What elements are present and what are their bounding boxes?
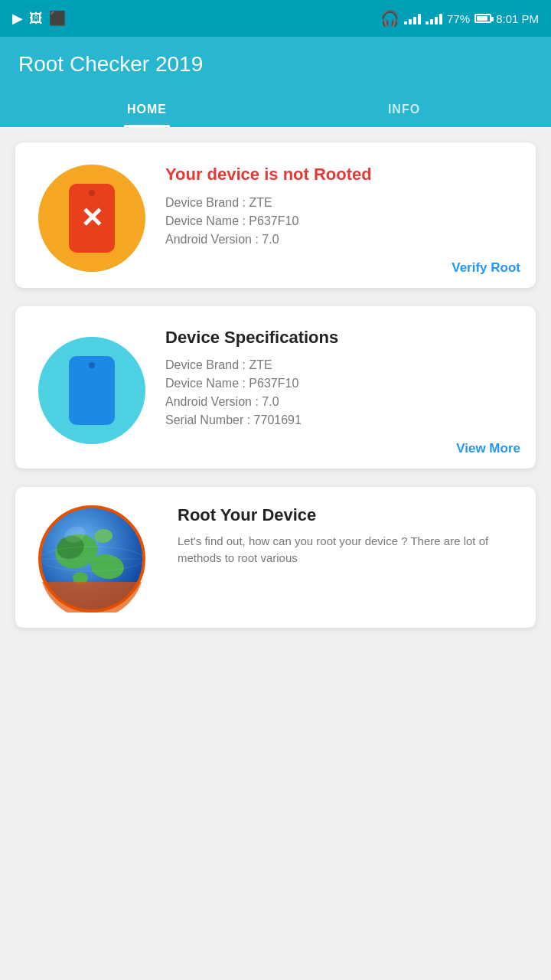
headphone-icon: 🎧 — [380, 9, 399, 28]
battery-icon — [474, 14, 491, 23]
app-header: Root Checker 2019 HOME INFO — [0, 37, 551, 127]
view-more-button[interactable]: View More — [456, 441, 520, 456]
screen-icon: ⬛ — [49, 10, 66, 27]
root-android-version: Android Version : 7.0 — [165, 233, 520, 247]
device-specs-card: Device Specifications Device Brand : ZTE… — [15, 306, 536, 469]
play-icon: ▶ — [12, 10, 23, 27]
main-content: ✕ Your device is not Rooted Device Brand… — [0, 127, 551, 877]
earth-globe-icon — [38, 505, 145, 612]
root-device-icon-wrap — [31, 505, 153, 612]
device-specs-circle — [38, 337, 145, 444]
tab-home[interactable]: HOME — [18, 92, 276, 127]
status-bar: ▶ 🖼 ⬛ 🎧 77% 8:01 PM — [0, 0, 551, 37]
device-specs-icon-wrap — [31, 325, 153, 456]
root-status-icon-wrap: ✕ — [31, 161, 153, 276]
root-status-card: ✕ Your device is not Rooted Device Brand… — [15, 142, 536, 288]
phone-red-icon: ✕ — [69, 184, 115, 253]
root-status-title: Your device is not Rooted — [165, 164, 520, 185]
not-rooted-circle: ✕ — [38, 165, 145, 272]
specs-device-brand: Device Brand : ZTE — [165, 358, 520, 372]
x-mark-icon: ✕ — [80, 204, 103, 232]
root-device-name: Device Name : P637F10 — [165, 214, 520, 228]
status-right: 🎧 77% 8:01 PM — [380, 9, 539, 28]
root-device-title: Root Your Device — [178, 505, 520, 525]
root-device-text: Let's find out, how can you root your de… — [178, 533, 520, 567]
battery-percent: 77% — [447, 12, 470, 25]
app-title: Root Checker 2019 — [18, 52, 533, 77]
verify-root-button[interactable]: Verify Root — [452, 260, 520, 275]
specs-serial-number: Serial Number : 7701691 — [165, 413, 520, 427]
signal-bars-1 — [404, 12, 421, 24]
view-more-action[interactable]: View More — [165, 441, 520, 456]
root-device-card: Root Your Device Let's find out, how can… — [15, 487, 536, 628]
signal-bars-2 — [425, 12, 442, 24]
image-icon: 🖼 — [29, 11, 43, 27]
clock: 8:01 PM — [496, 12, 539, 25]
root-device-body: Root Your Device Let's find out, how can… — [178, 505, 520, 567]
specs-device-name: Device Name : P637F10 — [165, 377, 520, 390]
specs-android-version: Android Version : 7.0 — [165, 395, 520, 409]
root-device-brand: Device Brand : ZTE — [165, 196, 520, 210]
tab-info[interactable]: INFO — [276, 92, 533, 127]
device-specs-body: Device Specifications Device Brand : ZTE… — [165, 325, 520, 456]
root-status-body: Your device is not Rooted Device Brand :… — [165, 161, 520, 276]
tab-bar: HOME INFO — [18, 92, 533, 127]
device-specs-title: Device Specifications — [165, 328, 520, 348]
phone-blue-icon — [69, 356, 115, 425]
verify-root-action[interactable]: Verify Root — [165, 260, 520, 276]
